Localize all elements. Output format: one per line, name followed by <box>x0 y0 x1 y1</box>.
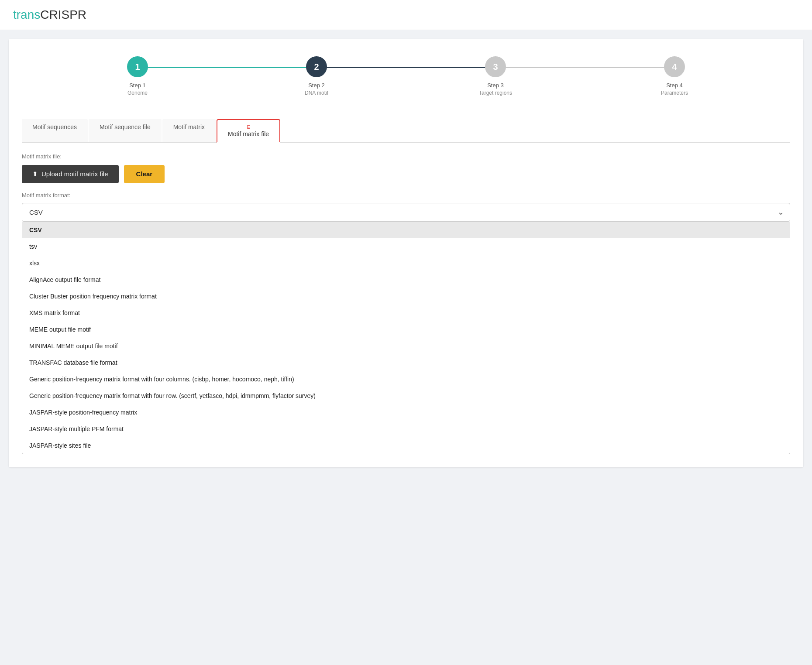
app-header: transCRISPR <box>0 0 812 30</box>
step-connector-1-2 <box>138 67 317 68</box>
step-circle-2: 2 <box>306 56 327 77</box>
tab-motif-matrix[interactable]: Motif matrix <box>162 119 216 142</box>
tab-motif-matrix-file[interactable]: E Motif matrix file <box>217 119 280 143</box>
step-item-3: 3 Step 3 Target regions <box>406 56 585 97</box>
dropdown-item[interactable]: Generic position-frequency matrix format… <box>22 371 790 387</box>
step-circle-3: 3 <box>485 56 506 77</box>
step-label-sub-3: Target regions <box>479 89 512 97</box>
dropdown-item[interactable]: Generic position-frequency matrix format… <box>22 387 790 404</box>
dropdown-item[interactable]: XMS matrix format <box>22 305 790 321</box>
step-label-2: Step 2 DNA motif <box>305 82 328 97</box>
tabs-container: Motif sequences Motif sequence file Moti… <box>22 119 790 143</box>
dropdown-item[interactable]: Cluster Buster position frequency matrix… <box>22 288 790 305</box>
app-title: transCRISPR <box>13 8 86 21</box>
format-label: Motif matrix format: <box>22 192 790 199</box>
step-label-main-4: Step 4 <box>661 82 688 89</box>
step-label-main-2: Step 2 <box>305 82 328 89</box>
title-crispr: CRISPR <box>40 8 86 21</box>
clear-button[interactable]: Clear <box>124 165 165 183</box>
dropdown-item[interactable]: MINIMAL MEME output file motif <box>22 338 790 354</box>
file-section-label: Motif matrix file: <box>22 153 790 160</box>
step-item-1: 1 Step 1 Genome <box>48 56 227 97</box>
stepper: 1 Step 1 Genome 2 Step 2 DNA motif 3 Ste… <box>22 52 790 101</box>
dropdown-item[interactable]: JASPAR-style multiple PFM format <box>22 421 790 437</box>
step-label-sub-1: Genome <box>127 89 148 97</box>
title-trans: trans <box>13 8 40 21</box>
format-select-wrapper: CSVtsvxlsxAlignAce output file formatClu… <box>22 203 790 222</box>
dropdown-item[interactable]: TRANSFAC database file format <box>22 354 790 371</box>
step-label-4: Step 4 Parameters <box>661 82 688 97</box>
dropdown-item[interactable]: AlignAce output file format <box>22 271 790 288</box>
tab-motif-sequence-file[interactable]: Motif sequence file <box>89 119 162 142</box>
step-item-4: 4 Step 4 Parameters <box>585 56 764 97</box>
dropdown-item[interactable]: tsv <box>22 238 790 255</box>
step-connector-2-3 <box>317 67 495 68</box>
upload-icon: ⬆ <box>32 170 38 178</box>
step-label-1: Step 1 Genome <box>127 82 148 97</box>
tab-motif-sequences[interactable]: Motif sequences <box>22 119 88 142</box>
step-circle-1: 1 <box>127 56 148 77</box>
step-label-main-3: Step 3 <box>479 82 512 89</box>
step-label-sub-2: DNA motif <box>305 89 328 97</box>
dropdown-item[interactable]: MEME output file motif <box>22 321 790 338</box>
tab-motif-matrix-file-label: Motif matrix file <box>228 130 269 137</box>
main-content: 1 Step 1 Genome 2 Step 2 DNA motif 3 Ste… <box>9 39 803 467</box>
dropdown-list: CSVtsvxlsxAlignAce output file formatClu… <box>22 222 790 454</box>
dropdown-item[interactable]: CSV <box>22 222 790 238</box>
step-label-3: Step 3 Target regions <box>479 82 512 97</box>
step-label-sub-4: Parameters <box>661 89 688 97</box>
tab-e-label: E <box>228 124 269 130</box>
dropdown-item[interactable]: JASPAR-style position-frequency matrix <box>22 404 790 421</box>
upload-button[interactable]: ⬆ Upload motif matrix file <box>22 165 119 183</box>
upload-button-label: Upload motif matrix file <box>41 170 108 178</box>
button-row: ⬆ Upload motif matrix file Clear <box>22 165 790 183</box>
format-select[interactable]: CSVtsvxlsxAlignAce output file formatClu… <box>22 203 790 222</box>
dropdown-item[interactable]: xlsx <box>22 255 790 271</box>
step-label-main-1: Step 1 <box>127 82 148 89</box>
dropdown-item[interactable]: JASPAR-style sites file <box>22 437 790 454</box>
step-connector-3-4 <box>495 67 674 68</box>
step-item-2: 2 Step 2 DNA motif <box>227 56 406 97</box>
step-circle-4: 4 <box>664 56 685 77</box>
